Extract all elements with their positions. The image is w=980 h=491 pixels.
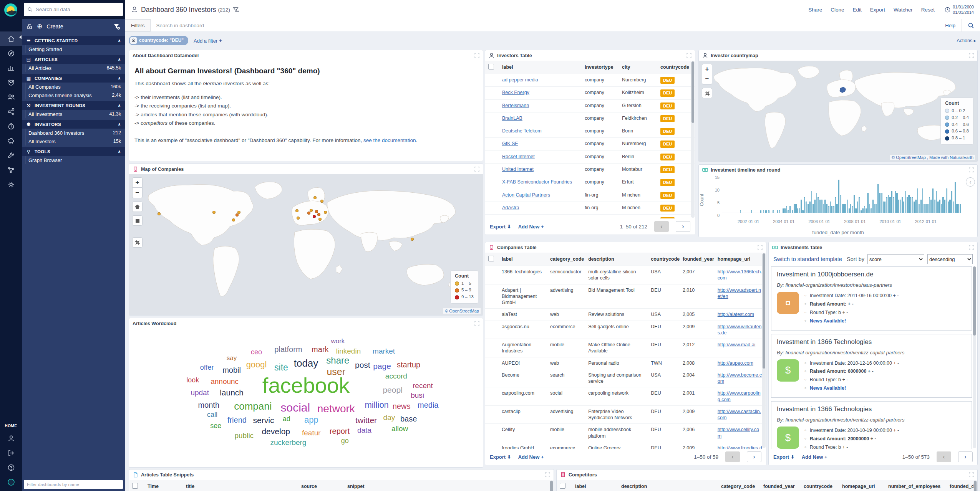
company-dot[interactable]	[318, 218, 322, 221]
wordcloud-word[interactable]: base	[400, 415, 417, 423]
wordcloud-word[interactable]: month	[198, 401, 219, 409]
dashboard-search-button[interactable]	[962, 19, 980, 31]
wordcloud-word[interactable]: today	[294, 358, 318, 368]
wordcloud-word[interactable]: go	[341, 437, 349, 444]
sidebar-row[interactable]: All Investments 41.3k	[25, 110, 125, 118]
wordcloud-word[interactable]: startup	[397, 361, 420, 369]
wordcloud-word[interactable]: ad	[283, 415, 290, 422]
wordcloud-word[interactable]: million	[365, 401, 389, 409]
scrollbar[interactable]	[973, 481, 977, 491]
sidebar-row[interactable]: Dashboard 360 Investors 212	[25, 129, 125, 137]
col-countrycode[interactable]: countrycode	[801, 480, 839, 491]
col-description[interactable]: description	[585, 253, 648, 266]
col-label[interactable]: label	[499, 253, 547, 266]
homepage-link[interactable]: http://www.become.com	[718, 372, 762, 384]
homepage-link[interactable]: http://alatest.com	[718, 312, 754, 317]
wordcloud-word[interactable]: launch	[220, 389, 244, 397]
expand-icon[interactable]	[758, 245, 763, 250]
zoom-in-button[interactable]: +	[702, 64, 712, 74]
company-dot[interactable]	[158, 212, 161, 215]
rail-community-button[interactable]	[0, 90, 22, 104]
expand-icon[interactable]	[545, 472, 550, 477]
homepage-link[interactable]: http://www.cellity.com	[718, 427, 759, 438]
investor-link[interactable]: United Internet	[502, 167, 534, 172]
wordcloud-word[interactable]: mark	[312, 346, 328, 353]
investor-link[interactable]: Rocket Internet	[502, 154, 535, 159]
investor-link[interactable]: Acton Capital Partners	[502, 192, 550, 198]
wordcloud-word[interactable]: social	[281, 402, 310, 413]
map-attribution[interactable]: © OpenStreetMap , Made with NaturalEarth	[890, 155, 975, 160]
col-number-of-employees[interactable]: number_of_employees	[885, 480, 947, 491]
company-dot[interactable]	[313, 196, 317, 199]
filter-funnel-icon[interactable]	[113, 23, 120, 30]
homepage-link[interactable]: http://aupeo.com	[718, 360, 753, 366]
header-link[interactable]: Share	[808, 7, 822, 13]
chart-collapse-button[interactable]: ‹	[966, 177, 975, 187]
investor-link[interactable]: Deutsche Telekom	[502, 128, 542, 134]
col-countrycode[interactable]: countrycode	[648, 253, 680, 266]
select-all-checkbox[interactable]	[560, 483, 565, 489]
date-range[interactable]: 01/01/200001/01/2014	[945, 4, 974, 15]
header-link[interactable]: Watcher	[894, 7, 913, 13]
col-description[interactable]: description	[618, 480, 718, 491]
timeline-chart[interactable]: Count 151050 2002-01-012004-01-012006-01…	[704, 175, 972, 237]
wordcloud-word[interactable]: data	[357, 426, 371, 433]
col-title[interactable]: title	[183, 480, 298, 491]
wordcloud-word[interactable]: zuckerberg	[270, 439, 306, 446]
crop-select-button[interactable]	[132, 237, 143, 248]
select-all-checkbox[interactable]	[132, 483, 138, 489]
draw-polygon-button[interactable]	[132, 202, 143, 212]
wordcloud-word[interactable]: twitter	[355, 416, 377, 424]
filters-button[interactable]: Filters	[125, 19, 151, 31]
col-city[interactable]: city	[619, 61, 657, 74]
global-search-box[interactable]	[24, 3, 123, 16]
investor-link[interactable]: GfK SE	[502, 141, 518, 146]
add-new-button[interactable]: Add New +	[802, 454, 827, 460]
wordcloud-word[interactable]: media	[418, 401, 438, 409]
company-dot[interactable]	[232, 218, 235, 222]
investment-card[interactable]: Investment in 1366 Technologies By: fina…	[771, 401, 972, 449]
rail-home-button[interactable]	[0, 31, 22, 46]
news-available-link[interactable]: News Available!	[804, 317, 899, 326]
create-button[interactable]: Create	[46, 23, 63, 30]
homepage-link[interactable]: http://www.adspert.net/en	[718, 288, 761, 299]
rail-user-button[interactable]	[0, 431, 22, 446]
wordcloud-word[interactable]: news	[393, 402, 411, 410]
wordcloud-word[interactable]: share	[326, 356, 349, 365]
company-dot[interactable]	[310, 209, 313, 212]
investor-link[interactable]: X-FAB Semiconductor Foundries	[502, 179, 572, 185]
col-founded-year[interactable]: founded_year	[760, 480, 801, 491]
company-dot[interactable]	[235, 213, 239, 217]
prev-page-button[interactable]: ‹	[937, 451, 951, 462]
expand-icon[interactable]	[474, 321, 479, 326]
scrollbar[interactable]	[691, 61, 695, 218]
header-link[interactable]: Clone	[831, 7, 844, 13]
col-homepage-url[interactable]: homepage_url	[839, 480, 885, 491]
wordcloud-word[interactable]: see	[210, 422, 221, 429]
col-founded-year[interactable]: founded_year	[680, 253, 715, 266]
col-label[interactable]: label	[572, 480, 618, 491]
company-dot[interactable]	[313, 215, 316, 218]
col-category-code[interactable]: category_code	[718, 480, 760, 491]
sidebar-row[interactable]: ⚲ TOOLS ∧	[22, 147, 125, 156]
sidebar-row[interactable]: ☰ GETTING STARTED ∧	[22, 36, 125, 45]
wordcloud-word[interactable]: announc	[211, 378, 239, 385]
wordcloud-word[interactable]: friend	[227, 416, 247, 424]
countrycode-filter-chip[interactable]: countrycode: "DEU"	[129, 36, 188, 45]
rail-ml-button[interactable]	[0, 134, 22, 148]
sidebar-row[interactable]: Getting Started	[25, 45, 125, 53]
sidebar-row[interactable]: ▦ COMPANIES ∧	[22, 74, 125, 83]
header-link[interactable]: Edit	[853, 7, 862, 13]
lock-icon[interactable]	[27, 23, 33, 30]
chevron-up-icon[interactable]: ∧	[118, 122, 121, 126]
rail-graph-button[interactable]	[0, 163, 22, 177]
global-search-input[interactable]	[36, 7, 119, 12]
col-label[interactable]: label	[499, 61, 582, 74]
wordcloud-word[interactable]: googl	[246, 360, 267, 369]
wordcloud-word[interactable]: app	[304, 416, 318, 424]
investor-link[interactable]: BrainLAB	[502, 116, 522, 121]
expand-icon[interactable]	[969, 472, 974, 477]
sidebar-row[interactable]: All Investors 15k	[25, 137, 125, 145]
investor-link[interactable]: Beck Energy	[502, 90, 529, 95]
add-new-button[interactable]: Add New +	[518, 454, 544, 460]
